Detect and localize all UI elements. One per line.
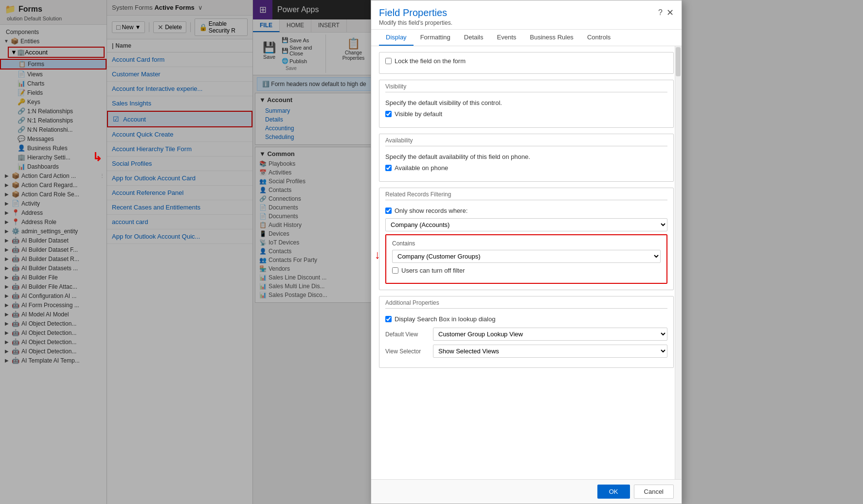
view-selector-label: View Selector [385, 348, 429, 355]
additional-properties-section: Additional Properties Display Search Box… [379, 296, 674, 368]
default-view-label: Default View [385, 331, 429, 338]
related-records-title: Related Records Filtering [385, 191, 667, 200]
dialog-body: Lock the field on the form Visibility Sp… [371, 46, 682, 479]
visible-label: Visible by default [395, 110, 442, 118]
visibility-title: Visibility [385, 83, 667, 92]
view-selector-dropdown[interactable]: Show Selected Views [433, 345, 667, 358]
availability-content: Specify the default availability of this… [379, 149, 673, 181]
visible-checkbox[interactable] [385, 111, 392, 117]
filter-checkbox[interactable] [385, 208, 392, 214]
dialog-title: Field Properties [379, 7, 452, 18]
contains-label: Contains [392, 240, 661, 247]
scrollbar-thumb[interactable] [676, 47, 681, 76]
availability-section: Availability Specify the default availab… [379, 134, 674, 182]
tab-details[interactable]: Details [457, 30, 490, 46]
visible-default-row: Visible by default [385, 110, 667, 118]
company-groups-row: Company (Customer Groups) [392, 250, 661, 263]
company-groups-dropdown[interactable]: Company (Customer Groups) [392, 250, 661, 263]
availability-title: Availability [385, 137, 667, 146]
users-turnoff-label: Users can turn off filter [401, 267, 465, 274]
cancel-button[interactable]: Cancel [634, 485, 674, 499]
related-records-content: Only show records where: Company (Accoun… [379, 203, 673, 290]
available-phone-row: Available on phone [385, 164, 667, 172]
help-icon[interactable]: ? [658, 8, 663, 17]
lock-check-row: Lock the field on the form [385, 57, 667, 65]
dialog-footer: OK Cancel [371, 479, 682, 504]
tab-events[interactable]: Events [490, 30, 523, 46]
display-search-row: Display Search Box in lookup dialog [385, 315, 667, 323]
available-checkbox[interactable] [385, 165, 392, 171]
visibility-section: Visibility Specify the default visibilit… [379, 80, 674, 128]
dialog-tabs: Display Formatting Details Events Busine… [371, 30, 682, 46]
display-search-checkbox[interactable] [385, 316, 392, 322]
available-label: Available on phone [395, 164, 448, 172]
additional-content: Display Search Box in lookup dialog Defa… [379, 312, 673, 367]
only-show-row: Only show records where: [385, 207, 667, 214]
dialog-header: Field Properties Modify this field's pro… [371, 0, 682, 30]
company-accounts-row: Company (Accounts) [385, 218, 667, 231]
visibility-content: Specify the default visibility of this c… [379, 95, 673, 127]
tab-display[interactable]: Display [379, 30, 414, 46]
scrollbar-track[interactable] [675, 46, 682, 479]
close-icon[interactable]: ✕ [666, 7, 674, 18]
dialog-subtitle: Modify this field's properties. [379, 19, 452, 26]
users-turnoff-checkbox[interactable] [392, 267, 398, 274]
dialog-header-actions: ? ✕ [658, 7, 674, 18]
users-turn-off-row: Users can turn off filter [392, 267, 661, 274]
lock-section: Lock the field on the form [379, 52, 674, 74]
lock-checkbox[interactable] [385, 58, 392, 64]
related-records-section: Related Records Filtering Only show reco… [379, 188, 674, 290]
default-view-row: Default View Customer Group Lookup View [385, 328, 667, 341]
visibility-description: Specify the default visibility of this c… [385, 99, 667, 106]
tab-formatting[interactable]: Formatting [414, 30, 457, 46]
company-accounts-dropdown[interactable]: Company (Accounts) [385, 218, 667, 231]
ok-button[interactable]: OK [597, 485, 630, 499]
default-view-dropdown[interactable]: Customer Group Lookup View [433, 328, 667, 341]
tab-controls[interactable]: Controls [580, 30, 617, 46]
tab-business-rules[interactable]: Business Rules [523, 30, 580, 46]
field-properties-dialog: Field Properties Modify this field's pro… [371, 0, 682, 504]
display-search-label: Display Search Box in lookup dialog [395, 315, 495, 323]
filter-box: Contains Company (Customer Groups) Users… [385, 234, 667, 284]
availability-description: Specify the default availability of this… [385, 153, 667, 160]
additional-title: Additional Properties [385, 299, 667, 309]
only-show-label: Only show records where: [395, 207, 467, 214]
lock-label: Lock the field on the form [395, 57, 466, 65]
view-selector-row: View Selector Show Selected Views [385, 345, 667, 358]
